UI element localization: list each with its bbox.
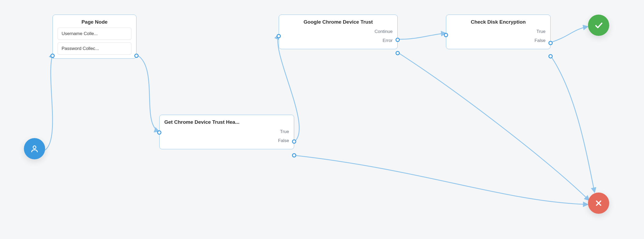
- output-row-continue: Continue: [284, 27, 393, 36]
- port-out[interactable]: [134, 54, 139, 58]
- flow-canvas[interactable]: Page Node Username Colle... Password Col…: [0, 0, 644, 239]
- output-row-false: False: [451, 36, 546, 45]
- output-label: True: [536, 29, 546, 34]
- node-get-chrome-device-trust-headers[interactable]: Get Chrome Device Trust Hea... True Fals…: [159, 115, 294, 149]
- check-icon: [594, 20, 603, 30]
- svg-point-0: [33, 146, 36, 149]
- node-title: Page Node: [58, 19, 131, 25]
- output-label: False: [278, 138, 289, 143]
- port-out-true[interactable]: [548, 41, 553, 45]
- port-out-false[interactable]: [292, 153, 296, 157]
- node-title: Check Disk Encryption: [451, 19, 546, 25]
- output-label: Error: [383, 38, 393, 43]
- port-in[interactable]: [157, 130, 161, 135]
- port-out-error[interactable]: [396, 51, 400, 55]
- port-in[interactable]: [444, 33, 448, 37]
- person-icon: [30, 144, 39, 153]
- start-node[interactable]: [24, 138, 45, 159]
- node-child-username-collector[interactable]: Username Colle...: [58, 28, 131, 40]
- node-google-chrome-device-trust[interactable]: Google Chrome Device Trust Continue Erro…: [279, 15, 398, 49]
- output-label: False: [534, 38, 546, 43]
- port-out-true[interactable]: [292, 139, 296, 144]
- output-row-true: True: [451, 27, 546, 36]
- output-row-true: True: [164, 127, 289, 136]
- node-title: Google Chrome Device Trust: [284, 19, 393, 25]
- port-out-false[interactable]: [548, 54, 553, 58]
- node-page-node[interactable]: Page Node Username Colle... Password Col…: [53, 15, 136, 59]
- output-row-false: False: [164, 136, 289, 145]
- node-title: Get Chrome Device Trust Hea...: [164, 119, 289, 125]
- fail-node[interactable]: [588, 193, 609, 214]
- node-check-disk-encryption[interactable]: Check Disk Encryption True False: [446, 15, 551, 49]
- port-in[interactable]: [277, 34, 281, 38]
- port-in[interactable]: [50, 54, 55, 58]
- output-label: True: [280, 129, 289, 134]
- node-child-password-collector[interactable]: Password Collec...: [58, 42, 131, 55]
- close-icon: [594, 199, 603, 207]
- port-out-continue[interactable]: [396, 38, 400, 42]
- success-node[interactable]: [588, 15, 609, 36]
- output-label: Continue: [375, 29, 393, 34]
- output-row-error: Error: [284, 36, 393, 45]
